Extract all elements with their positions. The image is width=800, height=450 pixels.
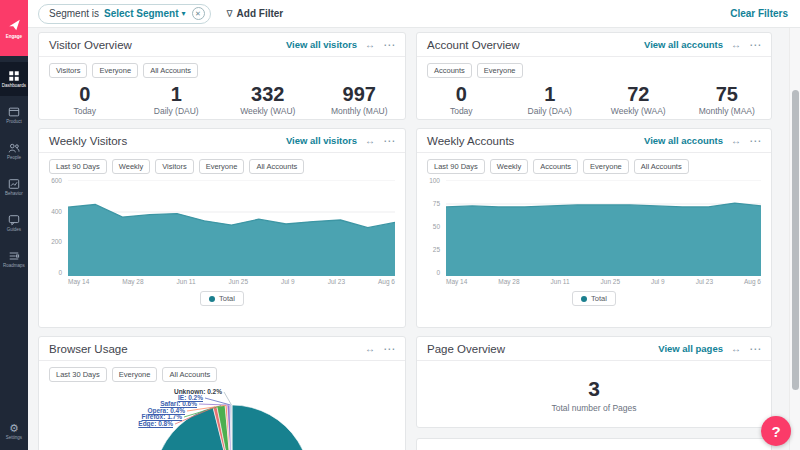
account-overview-card: Account Overview View all accounts ↔ ⋯ A… [416, 32, 772, 120]
filter-pill[interactable]: Last 90 Days [427, 159, 485, 174]
sidebar-item-behavior[interactable]: Behavior [0, 170, 28, 204]
weekly-visitors-card: Weekly Visitors View all visitors ↔ ⋯ La… [38, 128, 406, 328]
expand-icon[interactable]: ↔ [365, 343, 375, 354]
stat: 72Weekly (WAA) [594, 83, 683, 116]
more-menu-icon[interactable]: ⋯ [749, 345, 761, 353]
expand-icon[interactable]: ↔ [731, 39, 741, 50]
y-axis: 0255075100 [423, 180, 443, 272]
y-axis-tick: 600 [51, 177, 62, 184]
legend-total[interactable]: Total [572, 291, 616, 306]
sidebar-item-guides[interactable]: Guides [0, 206, 28, 240]
filter-pill[interactable]: Weekly [112, 159, 150, 174]
visitor-overview-card: Visitor Overview View all visitors ↔ ⋯ V… [38, 32, 406, 120]
dashboards-grid-icon [8, 70, 20, 82]
segment-select[interactable]: Select Segment [104, 8, 178, 19]
pie-label-safari[interactable]: Safari: 0.6% [160, 400, 197, 407]
view-all-accounts-link[interactable]: View all accounts [644, 135, 723, 146]
x-axis-tick: Jun 25 [229, 278, 249, 285]
filter-pill[interactable]: Everyone [199, 159, 245, 174]
expand-icon[interactable]: ↔ [365, 39, 375, 50]
filter-pill[interactable]: Last 30 Days [49, 367, 107, 382]
y-axis-tick: 50 [433, 223, 440, 230]
stat: 332Weekly (WAU) [222, 83, 314, 116]
add-filter-button[interactable]: ∇ Add Filter [227, 8, 284, 19]
x-axis-tick: Jul 9 [281, 278, 295, 285]
filter-pill[interactable]: Visitors [49, 63, 87, 78]
filter-pills-row: Last 90 DaysWeeklyAccountsEveryoneAll Ac… [417, 153, 771, 176]
clear-filters-link[interactable]: Clear Filters [730, 8, 788, 19]
x-axis-tick: Aug 6 [378, 278, 395, 285]
filter-pill[interactable]: Everyone [92, 63, 138, 78]
x-axis-tick: Jun 25 [601, 278, 621, 285]
scrollbar-track[interactable] [789, 28, 800, 450]
sidebar-item-product[interactable]: Product [0, 98, 28, 132]
view-all-visitors-link[interactable]: View all visitors [286, 135, 357, 146]
expand-icon[interactable]: ↔ [731, 135, 741, 146]
expand-icon[interactable]: ↔ [365, 135, 375, 146]
filter-pill[interactable]: Everyone [112, 367, 158, 382]
x-axis-tick: Jul 23 [696, 278, 713, 285]
stat-value: 0 [39, 83, 131, 105]
y-axis-tick: 400 [51, 207, 62, 214]
more-menu-icon[interactable]: ⋯ [383, 137, 395, 145]
browser-usage-card: Browser Usage ↔ ⋯ Last 30 DaysEveryoneAl… [38, 336, 406, 450]
filter-pill[interactable]: Everyone [477, 63, 523, 78]
filter-pill[interactable]: Weekly [490, 159, 528, 174]
pie-label-firefox[interactable]: Firefox: 1.7% [142, 413, 182, 420]
stat-label: Daily (DAU) [131, 106, 223, 116]
sidebar-item-label: People [7, 155, 21, 160]
help-button[interactable]: ? [761, 416, 791, 446]
filter-pill[interactable]: All Accounts [162, 367, 217, 382]
add-filter-label: Add Filter [237, 8, 284, 19]
scrollbar-thumb[interactable] [792, 90, 799, 390]
x-axis-tick: Jun 11 [177, 278, 196, 285]
stat-label: Today [417, 106, 506, 116]
filter-pill[interactable]: All Accounts [143, 63, 198, 78]
card-title: Browser Usage [49, 343, 128, 355]
weekly-accounts-chart: 0255075100 May 14May 28Jun 11Jun 25Jul 9… [423, 180, 761, 285]
segment-filter-pill[interactable]: Segment is Select Segment ▾ ✕ [38, 4, 211, 24]
more-menu-icon[interactable]: ⋯ [749, 137, 761, 145]
card-title: Visitor Overview [49, 39, 132, 51]
segment-clear-button[interactable]: ✕ [192, 7, 205, 20]
pie-label-edge[interactable]: Edge: 0.8% [138, 420, 173, 427]
engage-arrow-icon [7, 18, 22, 32]
filter-pill[interactable]: Accounts [533, 159, 578, 174]
sidebar: Engage Dashboards Product People Behavio… [0, 0, 28, 450]
y-axis-tick: 25 [433, 246, 440, 253]
filter-pills-row: Last 30 DaysEveryoneAll Accounts [39, 361, 405, 384]
legend-total[interactable]: Total [200, 291, 244, 306]
engage-logo-label: Engage [6, 34, 22, 39]
y-axis-tick: 0 [436, 269, 440, 276]
view-all-accounts-link[interactable]: View all accounts [644, 39, 723, 50]
stat: 1Daily (DAU) [131, 83, 223, 116]
x-axis-tick: May 14 [446, 278, 467, 285]
expand-icon[interactable]: ↔ [731, 343, 741, 354]
sidebar-item-roadmaps[interactable]: Roadmaps [0, 242, 28, 276]
filter-pill[interactable]: Everyone [583, 159, 629, 174]
filter-pill[interactable]: Accounts [427, 63, 472, 78]
stat-value: 332 [222, 83, 314, 105]
more-menu-icon[interactable]: ⋯ [749, 41, 761, 49]
filter-pill[interactable]: All Accounts [634, 159, 689, 174]
sidebar-item-people[interactable]: People [0, 134, 28, 168]
stat-value: 997 [314, 83, 406, 105]
stats-row: 0Today1Daily (DAA)72Weekly (WAA)75Monthl… [417, 83, 771, 116]
view-all-pages-link[interactable]: View all pages [658, 343, 723, 354]
sidebar-item-label: Dashboards [2, 83, 26, 88]
filter-pill[interactable]: All Accounts [249, 159, 304, 174]
sidebar-item-settings[interactable]: ⚙ Settings [0, 414, 28, 448]
weekly-visitors-chart: 0200400600 May 14May 28Jun 11Jun 25Jul 9… [45, 180, 395, 285]
filter-pill[interactable]: Last 90 Days [49, 159, 107, 174]
stat-label: Daily (DAA) [506, 106, 595, 116]
sidebar-item-dashboards[interactable]: Dashboards [0, 62, 28, 96]
stat: 0Today [39, 83, 131, 116]
more-menu-icon[interactable]: ⋯ [383, 345, 395, 353]
card-title: Weekly Visitors [49, 135, 127, 147]
chevron-down-icon[interactable]: ▾ [182, 9, 186, 18]
area-plot [446, 180, 761, 276]
view-all-visitors-link[interactable]: View all visitors [286, 39, 357, 50]
filter-pill[interactable]: Visitors [155, 159, 193, 174]
more-menu-icon[interactable]: ⋯ [383, 41, 395, 49]
engage-logo[interactable]: Engage [0, 0, 28, 56]
